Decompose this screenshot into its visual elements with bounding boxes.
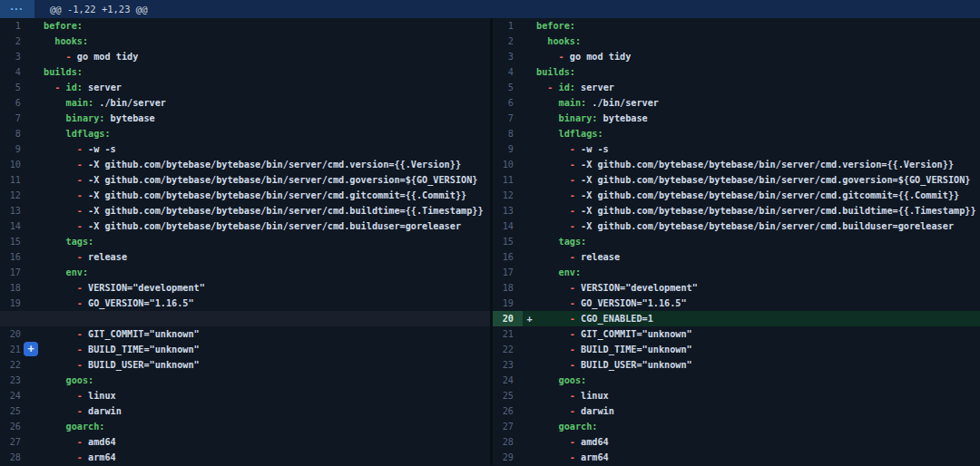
diff-marker — [30, 357, 44, 373]
diff-row-new-9: 9 - -w -s — [493, 141, 980, 157]
line-number[interactable]: 26 — [0, 419, 30, 434]
line-number[interactable]: 20 — [493, 311, 523, 326]
ellipsis-icon: ••• — [11, 5, 24, 13]
line-number[interactable]: 16 — [493, 249, 523, 265]
diff-row-new-5: 5 - id: server — [493, 80, 980, 95]
line-number[interactable]: 3 — [0, 49, 30, 64]
line-number[interactable]: 1 — [493, 18, 523, 34]
code-line: env: — [536, 265, 980, 280]
line-number[interactable]: 22 — [493, 342, 523, 357]
line-number[interactable]: 19 — [0, 296, 30, 311]
diff-row-old-4: 4builds: — [0, 64, 490, 80]
diff-row-new-7: 7 binary: bytebase — [493, 111, 980, 126]
line-number[interactable]: 11 — [0, 172, 30, 188]
line-number[interactable]: 23 — [0, 373, 30, 388]
line-number[interactable]: 28 — [493, 434, 523, 450]
line-number[interactable]: 13 — [0, 203, 30, 218]
line-number[interactable]: 2 — [493, 34, 523, 49]
line-number[interactable]: 4 — [0, 64, 30, 80]
diff-row-new-12: 12 - -X github.com/bytebase/bytebase/bin… — [493, 188, 980, 203]
code-line: - darwin — [536, 403, 980, 419]
line-number[interactable]: 6 — [493, 95, 523, 111]
code-line: - -X github.com/bytebase/bytebase/bin/se… — [536, 203, 980, 218]
diff-row-old-23: 23 goos: — [0, 373, 490, 388]
line-number[interactable]: 25 — [0, 403, 30, 419]
diff-marker — [30, 218, 44, 234]
code-line: - VERSION="development" — [44, 280, 490, 296]
diff-row-new-10: 10 - -X github.com/bytebase/bytebase/bin… — [493, 157, 980, 172]
line-number[interactable]: 19 — [493, 296, 523, 311]
line-number[interactable]: 2 — [0, 34, 30, 49]
diff-row-new-29: 29 - arm64 — [493, 450, 980, 465]
line-number[interactable]: 10 — [0, 157, 30, 172]
line-number[interactable]: 14 — [0, 218, 30, 234]
line-number[interactable]: 13 — [493, 203, 523, 218]
code-line: - -X github.com/bytebase/bytebase/bin/se… — [536, 172, 980, 188]
diff-marker — [523, 141, 536, 157]
code-line: goos: — [536, 373, 980, 388]
diff-row-new-15: 15 tags: — [493, 234, 980, 249]
code-line: - amd64 — [44, 434, 490, 450]
diff-row-old-empty-19 — [0, 311, 490, 326]
diff-marker — [30, 419, 44, 434]
line-number[interactable]: 17 — [0, 265, 30, 280]
diff-marker — [30, 95, 44, 111]
line-number[interactable]: 5 — [493, 80, 523, 95]
diff-row-new-13: 13 - -X github.com/bytebase/bytebase/bin… — [493, 203, 980, 218]
diff-marker — [30, 326, 44, 342]
line-number[interactable]: 15 — [493, 234, 523, 249]
line-number[interactable]: 7 — [0, 111, 30, 126]
line-number[interactable]: 14 — [493, 218, 523, 234]
code-line: - -w -s — [536, 141, 980, 157]
line-number[interactable]: 20 — [0, 326, 30, 342]
diff-marker — [30, 141, 44, 157]
diff-marker — [30, 234, 44, 249]
line-number[interactable]: 26 — [493, 403, 523, 419]
line-number[interactable]: 27 — [0, 434, 30, 450]
line-number[interactable]: 18 — [493, 280, 523, 296]
line-number[interactable]: 12 — [0, 188, 30, 203]
line-number[interactable]: 16 — [0, 249, 30, 265]
diff-marker — [523, 157, 536, 172]
line-number[interactable]: 24 — [493, 373, 523, 388]
add-comment-button[interactable]: + — [24, 342, 38, 356]
line-number[interactable]: 4 — [493, 64, 523, 80]
line-number[interactable]: 5 — [0, 80, 30, 95]
line-number[interactable]: 27 — [493, 419, 523, 434]
hunk-range-label: @@ -1,22 +1,23 @@ — [50, 4, 147, 15]
line-number[interactable]: 15 — [0, 234, 30, 249]
diff-row-new-24: 24 goos: — [493, 373, 980, 388]
line-number[interactable]: 10 — [493, 157, 523, 172]
diff-marker — [30, 80, 44, 95]
code-line: - GO_VERSION="1.16.5" — [536, 296, 980, 311]
line-number[interactable]: 21 — [493, 326, 523, 342]
code-line: - BUILD_USER="unknown" — [44, 357, 490, 373]
diff-row-new-6: 6 main: ./bin/server — [493, 95, 980, 111]
diff-marker — [30, 34, 44, 49]
diff-row-new-14: 14 - -X github.com/bytebase/bytebase/bin… — [493, 218, 980, 234]
line-number[interactable]: 25 — [493, 388, 523, 403]
line-number[interactable]: 9 — [0, 141, 30, 157]
line-number[interactable]: 11 — [493, 172, 523, 188]
line-number[interactable]: 8 — [0, 126, 30, 141]
line-number[interactable]: 29 — [493, 450, 523, 465]
line-number[interactable]: 18 — [0, 280, 30, 296]
line-number[interactable]: 8 — [493, 126, 523, 141]
code-line: goos: — [44, 373, 490, 388]
line-number[interactable]: 9 — [493, 141, 523, 157]
line-number[interactable]: 28 — [0, 450, 30, 465]
line-number[interactable]: 7 — [493, 111, 523, 126]
code-line: - -X github.com/bytebase/bytebase/bin/se… — [44, 157, 490, 172]
line-number[interactable]: 23 — [493, 357, 523, 373]
diff-marker — [523, 34, 536, 49]
line-number[interactable]: 6 — [0, 95, 30, 111]
line-number[interactable]: 24 — [0, 388, 30, 403]
line-number[interactable]: 3 — [493, 49, 523, 64]
diff-row-old-1: 1before: — [0, 18, 490, 34]
line-number[interactable]: 1 — [0, 18, 30, 34]
diff-row-new-8: 8 ldflags: — [493, 126, 980, 141]
line-number[interactable]: 22 — [0, 357, 30, 373]
line-number[interactable]: 12 — [493, 188, 523, 203]
expand-context-button[interactable]: ••• — [0, 0, 34, 18]
line-number[interactable]: 17 — [493, 265, 523, 280]
